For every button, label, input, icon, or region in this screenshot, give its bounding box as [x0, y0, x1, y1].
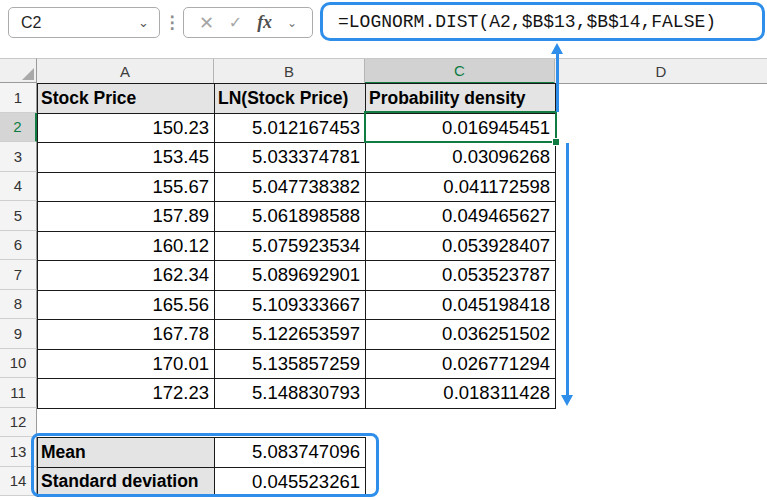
- stats-label-cell[interactable]: Standard deviation: [38, 468, 215, 498]
- table-cell[interactable]: 162.34: [38, 261, 215, 291]
- row-header-14[interactable]: 14: [0, 467, 37, 497]
- table-cell[interactable]: 165.56: [38, 291, 215, 321]
- insert-function-icon[interactable]: fx: [257, 12, 272, 33]
- cancel-icon[interactable]: ✕: [199, 12, 214, 34]
- arrow-down-icon: [561, 143, 574, 406]
- table-cell[interactable]: 5.061898588: [215, 202, 366, 232]
- table-cell[interactable]: 5.012167453: [215, 114, 366, 144]
- table-cell[interactable]: 155.67: [38, 173, 215, 203]
- stats-value-cell[interactable]: 5.083747096: [215, 438, 366, 468]
- stats-value-cell[interactable]: 0.045523261: [215, 468, 366, 498]
- name-box-chevron-icon[interactable]: ⌄: [138, 15, 149, 30]
- header-cell[interactable]: LN(Stock Price): [215, 84, 366, 114]
- table-cell[interactable]: 0.053928407: [366, 232, 556, 262]
- row-header-11[interactable]: 11: [0, 378, 37, 408]
- row-header-6[interactable]: 6: [0, 231, 37, 261]
- table-cell[interactable]: 5.135857259: [215, 350, 366, 380]
- column-headers: ABCD: [37, 58, 767, 83]
- table-cell[interactable]: 167.78: [38, 320, 215, 350]
- table-cell[interactable]: 0.03096268: [366, 143, 556, 173]
- row-header-4[interactable]: 4: [0, 172, 37, 202]
- formula-text: =LOGNORM.DIST(A2,$B$13,$B$14,FALSE): [338, 12, 716, 32]
- row-header-13[interactable]: 13: [0, 437, 37, 467]
- column-header-d[interactable]: D: [555, 59, 767, 84]
- table-cell[interactable]: 0.045198418: [366, 291, 556, 321]
- row-header-8[interactable]: 8: [0, 290, 37, 320]
- enter-icon[interactable]: ✓: [229, 13, 242, 32]
- table-cell[interactable]: 5.033374781: [215, 143, 366, 173]
- formula-bar-chevron-icon[interactable]: ⌄: [287, 16, 297, 30]
- table-cell[interactable]: 5.109333667: [215, 291, 366, 321]
- row-header-7[interactable]: 7: [0, 260, 37, 290]
- table-cell[interactable]: 157.89: [38, 202, 215, 232]
- column-header-b[interactable]: B: [214, 59, 365, 84]
- table-cell[interactable]: 160.12: [38, 232, 215, 262]
- row-header-2[interactable]: 2: [0, 113, 37, 143]
- table-cell[interactable]: 5.089692901: [215, 261, 366, 291]
- table-cell[interactable]: 0.053523787: [366, 261, 556, 291]
- column-header-c[interactable]: C: [365, 59, 555, 84]
- name-box-value: C2: [21, 14, 41, 32]
- table-cell[interactable]: 5.148830793: [215, 379, 366, 409]
- select-all-corner[interactable]: [0, 58, 37, 83]
- stats-table: Mean5.083747096Standard deviation0.04552…: [37, 437, 366, 497]
- row-header-12[interactable]: 12: [0, 408, 37, 438]
- table-cell[interactable]: 5.075923534: [215, 232, 366, 262]
- row-header-1[interactable]: 1: [0, 83, 37, 113]
- row-header-10[interactable]: 10: [0, 349, 37, 379]
- table-cell[interactable]: 0.016945451: [366, 114, 556, 144]
- select-all-triangle-icon: [22, 68, 34, 80]
- header-cell[interactable]: Probability density: [366, 84, 556, 114]
- data-table: Stock PriceLN(Stock Price)Probability de…: [37, 83, 556, 409]
- excel-window: C2 ⌄ ⋮ ✕ ✓ fx ⌄ =LOGNORM.DIST(A2,$B$13,$…: [0, 0, 767, 500]
- table-cell[interactable]: 153.45: [38, 143, 215, 173]
- formula-bar-buttons: ✕ ✓ fx ⌄: [183, 7, 313, 38]
- name-box[interactable]: C2 ⌄: [8, 7, 160, 38]
- table-cell[interactable]: 150.23: [38, 114, 215, 144]
- formula-bar-separator-dots-icon: ⋮: [165, 7, 179, 38]
- table-cell[interactable]: 0.018311428: [366, 379, 556, 409]
- table-cell[interactable]: 5.047738382: [215, 173, 366, 203]
- column-header-a[interactable]: A: [37, 59, 214, 84]
- table-cell[interactable]: 0.049465627: [366, 202, 556, 232]
- stats-label-cell[interactable]: Mean: [38, 438, 215, 468]
- header-cell[interactable]: Stock Price: [38, 84, 215, 114]
- table-cell[interactable]: 0.036251502: [366, 320, 556, 350]
- row-header-5[interactable]: 5: [0, 201, 37, 231]
- table-cell[interactable]: 0.026771294: [366, 350, 556, 380]
- row-header-9[interactable]: 9: [0, 319, 37, 349]
- formula-input[interactable]: =LOGNORM.DIST(A2,$B$13,$B$14,FALSE): [320, 2, 765, 41]
- row-header-3[interactable]: 3: [0, 142, 37, 172]
- row-headers: 1234567891011121314: [0, 83, 37, 496]
- table-cell[interactable]: 170.01: [38, 350, 215, 380]
- table-cell[interactable]: 0.041172598: [366, 173, 556, 203]
- table-cell[interactable]: 172.23: [38, 379, 215, 409]
- table-cell[interactable]: 5.122653597: [215, 320, 366, 350]
